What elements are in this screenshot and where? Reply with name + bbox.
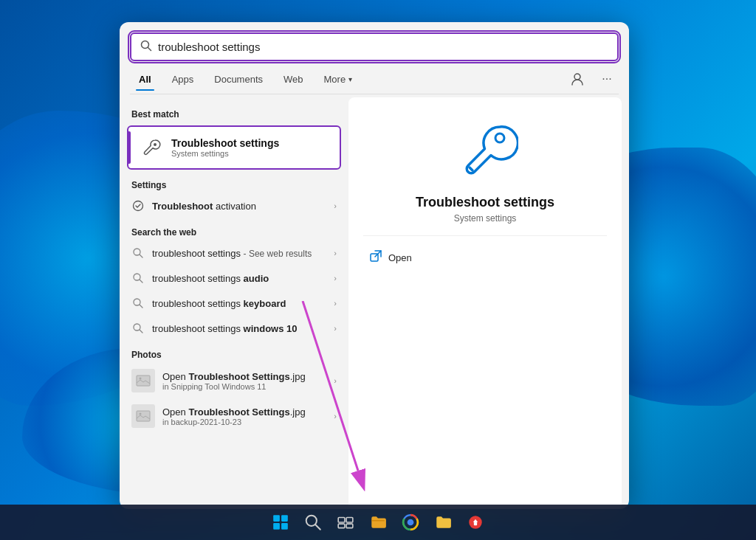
svg-point-33	[408, 519, 414, 526]
search-box[interactable]: troubleshoot settings	[130, 32, 619, 61]
search-web-icon-4	[131, 322, 145, 335]
account-icon-button[interactable]	[566, 67, 589, 91]
svg-rect-15	[137, 375, 150, 386]
cast-button[interactable]	[461, 508, 490, 537]
taskbar	[0, 505, 756, 540]
svg-point-5	[154, 143, 157, 146]
search-icon	[140, 40, 152, 54]
svg-rect-22	[273, 515, 280, 522]
svg-rect-30	[338, 524, 345, 527]
chrome-button[interactable]	[396, 508, 425, 537]
search-web-icon-1	[131, 246, 145, 260]
tab-all[interactable]: All	[130, 69, 160, 89]
svg-point-4	[574, 74, 580, 80]
photo-thumb-1	[131, 369, 155, 392]
main-content: Best match Troubleshoot settings System …	[120, 97, 629, 509]
chevron-right-icon-p2: ›	[334, 412, 337, 420]
chevron-right-icon-w4: ›	[334, 324, 337, 333]
chevron-right-icon: ›	[334, 201, 337, 210]
search-input-area: troubleshoot settings	[120, 22, 629, 61]
open-external-icon	[369, 249, 382, 266]
svg-point-18	[140, 413, 142, 415]
list-item-photo-1[interactable]: Open Troubleshoot Settings.jpg in Snippi…	[120, 363, 348, 398]
start-button[interactable]	[266, 508, 295, 537]
web-search-2-text: troubleshoot settings audio	[152, 273, 326, 284]
detail-icon-area	[448, 112, 522, 186]
svg-line-27	[315, 525, 320, 530]
web-search-1-text: troubleshoot settings - See web results	[152, 248, 326, 259]
list-item-web-1[interactable]: troubleshoot settings - See web results …	[120, 240, 348, 266]
svg-rect-23	[281, 515, 288, 522]
web-section: Search the web troubleshoot settings - S…	[120, 220, 348, 342]
left-panel: Best match Troubleshoot settings System …	[120, 97, 348, 509]
svg-rect-25	[281, 523, 288, 530]
svg-point-6	[134, 201, 143, 211]
search-web-icon-2	[131, 271, 145, 285]
file-explorer-button[interactable]	[363, 508, 393, 537]
list-item-web-3[interactable]: troubleshoot settings keyboard ›	[120, 291, 348, 316]
svg-line-8	[140, 255, 142, 257]
right-panel: Troubleshoot settings System settings Op…	[348, 97, 622, 509]
more-options-button[interactable]: ···	[595, 67, 619, 91]
web-search-4-text: troubleshoot settings windows 10	[152, 323, 326, 334]
photos-section-label: Photos	[120, 344, 348, 363]
chevron-right-icon-w1: ›	[334, 249, 337, 257]
svg-rect-29	[346, 517, 353, 522]
tab-documents[interactable]: Documents	[205, 69, 272, 89]
settings-section: Settings Troubleshoot activation ›	[120, 173, 348, 220]
svg-rect-35	[474, 522, 477, 525]
photo-thumb-2	[131, 404, 155, 428]
tabs-divider	[130, 94, 619, 94]
settings-section-label: Settings	[120, 174, 348, 193]
tabs-left: All Apps Documents Web More ▾	[130, 69, 361, 89]
chevron-right-icon-w2: ›	[334, 274, 337, 283]
chevron-down-icon: ▾	[348, 75, 352, 83]
best-match-label: Best match	[120, 103, 348, 122]
svg-line-3	[148, 48, 151, 51]
search-panel: troubleshoot settings All Apps Documents…	[120, 22, 629, 509]
svg-point-19	[495, 134, 504, 142]
file-manager-button[interactable]	[428, 508, 458, 537]
list-item-troubleshoot-activation[interactable]: Troubleshoot activation ›	[120, 193, 348, 218]
list-item-photo-2[interactable]: Open Troubleshoot Settings.jpg in backup…	[120, 398, 348, 434]
best-match-text: Troubleshoot settings System settings	[171, 137, 279, 158]
svg-line-12	[140, 305, 142, 308]
svg-rect-17	[137, 411, 150, 421]
tabs-bar: All Apps Documents Web More ▾ ···	[120, 61, 629, 91]
list-item-web-4[interactable]: troubleshoot settings windows 10 ›	[120, 316, 348, 341]
tab-web[interactable]: Web	[275, 69, 312, 89]
ellipsis-icon: ···	[602, 72, 611, 86]
tab-apps[interactable]: Apps	[163, 69, 203, 89]
chevron-right-icon-p1: ›	[334, 376, 337, 385]
list-item-web-2[interactable]: troubleshoot settings audio ›	[120, 266, 348, 291]
chevron-right-icon-w3: ›	[334, 299, 337, 308]
search-input-text: troubleshoot settings	[158, 41, 608, 53]
best-match-item[interactable]: Troubleshoot settings System settings	[127, 125, 341, 170]
tabs-right: ···	[566, 67, 619, 91]
detail-open-text: Open	[388, 252, 412, 263]
web-search-3-text: troubleshoot settings keyboard	[152, 298, 326, 309]
svg-line-14	[140, 330, 142, 333]
detail-open-button[interactable]: Open	[363, 245, 607, 270]
troubleshoot-activation-text: Troubleshoot activation	[152, 201, 326, 212]
task-view-button[interactable]	[331, 508, 360, 537]
circle-check-icon	[131, 199, 145, 212]
detail-subtitle: System settings	[454, 213, 517, 224]
photo-1-text: Open Troubleshoot Settings.jpg in Snippi…	[162, 371, 326, 391]
svg-line-10	[140, 280, 142, 283]
svg-point-16	[140, 378, 142, 380]
search-taskbar-button[interactable]	[298, 508, 328, 537]
photos-section: Photos Open Troubleshoot Settings.jpg in…	[120, 342, 348, 435]
detail-divider	[363, 235, 607, 236]
detail-title: Troubleshoot settings	[416, 195, 554, 210]
web-section-label: Search the web	[120, 221, 348, 240]
svg-rect-31	[346, 524, 353, 527]
svg-line-20	[470, 167, 472, 170]
svg-rect-24	[273, 523, 280, 530]
tab-more[interactable]: More ▾	[315, 69, 362, 89]
wrench-icon	[137, 134, 164, 161]
photo-2-text: Open Troubleshoot Settings.jpg in backup…	[162, 406, 326, 426]
search-web-icon-3	[131, 297, 145, 310]
svg-rect-28	[338, 517, 345, 522]
